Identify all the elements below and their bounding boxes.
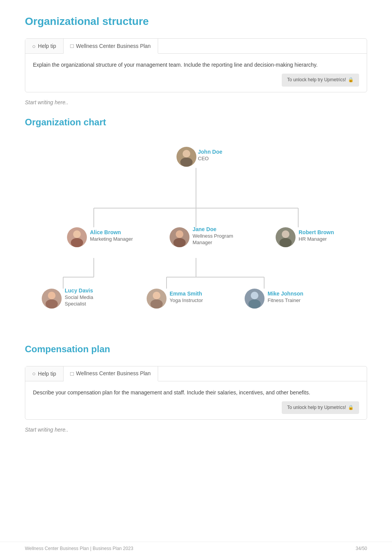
help-tab-2[interactable]: □ Wellness Center Business Plan [64,39,158,54]
svg-point-19 [71,238,83,247]
svg-point-13 [183,150,190,158]
help-icon-2: ○ [32,370,36,377]
help-tab-3-label: Help tip [38,371,56,377]
help-tab-1-label: Help tip [38,43,56,49]
ceo-node: John Doe CEO [176,147,222,167]
org-chart-svg: John Doe CEO Alice Brown Marketing Manag… [25,139,367,331]
help-icon: ○ [32,43,36,49]
org-chart-title: Organization chart [25,117,367,128]
help-tab-2-label: Wellness Center Business Plan [76,43,151,49]
svg-point-18 [73,230,81,238]
svg-text:Manager: Manager [193,240,212,245]
doc-icon: □ [70,43,74,49]
svg-point-23 [176,230,183,238]
help-tip-2-content: Describe your compensation plan for the … [25,381,367,420]
svg-text:Alice Brown: Alice Brown [90,229,121,235]
svg-text:Mike Johnson: Mike Johnson [268,291,303,297]
lucy-node: Lucy Davis Social Media Specialist [42,287,93,309]
org-chart: John Doe CEO Alice Brown Marketing Manag… [25,139,367,332]
svg-point-40 [153,292,160,299]
svg-text:CEO: CEO [198,156,209,161]
lock-icon-2: 🔒 [348,404,354,411]
svg-text:Yoga Instructor: Yoga Instructor [170,297,203,303]
svg-text:Social Media: Social Media [65,294,93,300]
alice-node: Alice Brown Marketing Manager [67,227,133,247]
svg-text:Emma Smith: Emma Smith [170,291,202,297]
lock-icon-1: 🔒 [348,76,354,84]
unlock-btn-1: To unlock help try Upmetrics! 🔒 [33,74,359,86]
start-writing-1[interactable]: Start writing here.. [25,99,367,105]
svg-point-30 [279,238,292,247]
svg-point-35 [46,299,58,309]
help-tab-4[interactable]: □ Wellness Center Business Plan [64,366,158,381]
svg-text:Marketing Manager: Marketing Manager [90,236,133,242]
svg-text:Fitness Trainer: Fitness Trainer [268,297,301,303]
svg-point-29 [282,230,289,238]
unlock-label-1: To unlock help try Upmetrics! [287,76,346,84]
help-tab-1[interactable]: ○ Help tip [25,39,64,53]
robert-node: Robert Brown HR Manager [276,227,334,247]
svg-text:Robert Brown: Robert Brown [299,229,334,235]
svg-text:Jane Doe: Jane Doe [193,226,216,232]
svg-text:Specialist: Specialist [65,301,86,307]
footer-right: 34/50 [356,546,367,551]
unlock-btn-2-inner[interactable]: To unlock help try Upmetrics! 🔒 [282,401,359,414]
svg-point-14 [180,158,193,167]
unlock-btn-2: To unlock help try Upmetrics! 🔒 [33,401,359,414]
compensation-title: Compensation plan [25,344,367,355]
svg-text:John Doe: John Doe [198,149,222,155]
page-footer: Wellness Center Business Plan | Business… [0,542,392,555]
mike-node: Mike Johnson Fitness Trainer [245,289,303,309]
svg-point-46 [248,299,261,309]
svg-point-45 [251,292,258,299]
svg-point-34 [48,292,56,299]
jane-node: Jane Doe Wellness Program Manager [170,226,233,247]
help-tab-4-label: Wellness Center Business Plan [76,370,151,376]
help-tab-3[interactable]: ○ Help tip [25,366,64,381]
page-title: Organizational structure [25,15,367,28]
help-tip-tabs-2: ○ Help tip □ Wellness Center Business Pl… [25,366,367,381]
unlock-label-2: To unlock help try Upmetrics! [287,404,346,411]
footer-left: Wellness Center Business Plan | Business… [25,546,133,551]
compensation-section: Compensation plan ○ Help tip □ Wellness … [25,344,367,433]
emma-node: Emma Smith Yoga Instructor [147,289,203,309]
svg-point-41 [150,299,163,309]
help-tip-tabs-1: ○ Help tip □ Wellness Center Business Pl… [25,39,367,54]
svg-point-24 [173,238,186,247]
help-tip-1-content: Explain the organizational structure of … [25,54,367,92]
svg-text:Wellness Program: Wellness Program [193,233,233,239]
start-writing-2[interactable]: Start writing here.. [25,427,367,433]
unlock-btn-1-inner[interactable]: To unlock help try Upmetrics! 🔒 [282,74,359,86]
help-tip-box-1: ○ Help tip □ Wellness Center Business Pl… [25,38,367,92]
help-tip-box-2: ○ Help tip □ Wellness Center Business Pl… [25,366,367,420]
doc-icon-2: □ [70,370,74,377]
svg-text:Lucy Davis: Lucy Davis [65,287,93,294]
svg-text:HR Manager: HR Manager [299,236,327,242]
